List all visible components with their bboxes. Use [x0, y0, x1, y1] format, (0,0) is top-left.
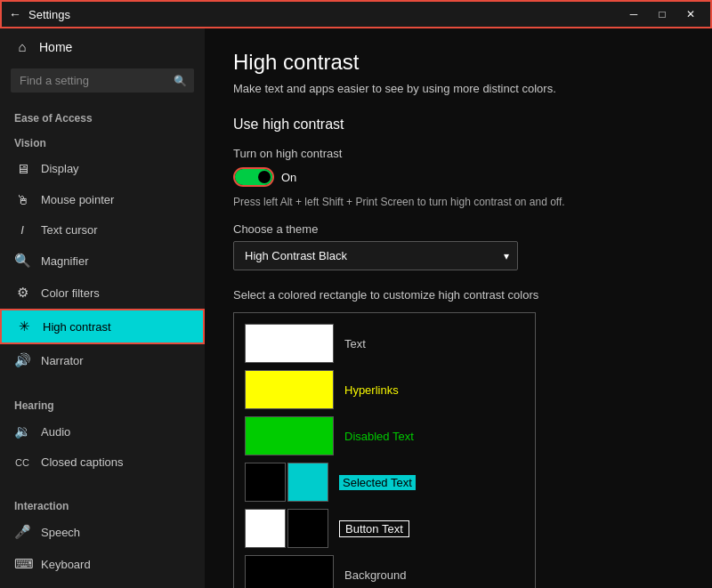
toggle-state-label: On	[281, 171, 296, 184]
color-row-text: Text	[245, 324, 524, 363]
narrator-icon: 🔊	[14, 352, 30, 368]
color-row-background: Background	[245, 555, 524, 588]
color-row-disabled: Disabled Text	[245, 416, 524, 455]
keyboard-label: Keyboard	[41, 558, 91, 571]
sidebar-item-color-filters[interactable]: ⚙ Color filters	[0, 277, 205, 309]
text-color-swatch[interactable]	[245, 324, 334, 363]
title-bar-left: ← Settings	[9, 7, 70, 21]
text-cursor-label: Text cursor	[41, 223, 98, 237]
color-row-selected: Selected Text	[245, 463, 524, 502]
sidebar-item-display[interactable]: 🖥 Display	[0, 153, 205, 184]
disabled-color-label: Disabled Text	[344, 430, 414, 443]
magnifier-label: Magnifier	[41, 254, 88, 268]
magnifier-icon: 🔍	[14, 253, 30, 269]
button-bg-swatch[interactable]	[245, 509, 286, 548]
audio-label: Audio	[41, 425, 70, 439]
minimize-button[interactable]: ─	[621, 4, 646, 24]
background-color-label: Background	[344, 568, 406, 582]
theme-dropdown-wrapper: High Contrast Black High Contrast White …	[233, 241, 518, 270]
sidebar-item-text-cursor[interactable]: I Text cursor	[0, 215, 205, 245]
ease-of-access-label: Ease of Access	[0, 103, 205, 128]
toggle-track	[235, 169, 272, 185]
home-icon: ⌂	[14, 39, 30, 54]
mouse-pointer-label: Mouse pointer	[41, 193, 114, 206]
color-row-hyperlinks: Hyperlinks	[245, 370, 524, 409]
dropdown-label: Choose a theme	[233, 222, 684, 236]
sidebar: ⌂ Home 🔍 Ease of Access Vision 🖥 Display…	[0, 28, 205, 588]
search-input[interactable]	[11, 68, 194, 93]
selected-fg-swatch[interactable]	[287, 463, 328, 502]
selected-swatch-pair	[245, 463, 328, 502]
search-icon: 🔍	[174, 75, 187, 87]
speech-label: Speech	[41, 526, 80, 539]
display-label: Display	[41, 162, 79, 175]
high-contrast-toggle[interactable]	[233, 167, 274, 187]
title-bar-controls: ─ □ ✕	[621, 4, 703, 24]
sidebar-search: 🔍	[11, 68, 194, 93]
display-icon: 🖥	[14, 161, 30, 176]
sidebar-item-home[interactable]: ⌂ Home	[0, 28, 205, 65]
background-color-swatch[interactable]	[245, 555, 334, 588]
sidebar-item-closed-captions[interactable]: CC Closed captions	[0, 447, 205, 477]
selected-color-label: Selected Text	[339, 475, 416, 490]
section-title: Use high contrast	[233, 117, 684, 133]
text-color-label: Text	[344, 337, 366, 350]
button-swatch-pair	[245, 509, 328, 548]
toggle-thumb	[258, 171, 271, 183]
title-bar: ← Settings ─ □ ✕	[0, 0, 712, 28]
app-body: ⌂ Home 🔍 Ease of Access Vision 🖥 Display…	[0, 28, 712, 588]
sidebar-item-magnifier[interactable]: 🔍 Magnifier	[0, 245, 205, 277]
title-bar-title: Settings	[28, 8, 70, 21]
toggle-container: On	[233, 167, 684, 187]
selected-bg-swatch[interactable]	[245, 463, 286, 502]
toggle-label: Turn on high contrast	[233, 147, 684, 160]
hearing-label: Hearing	[0, 391, 205, 415]
hyperlinks-color-label: Hyperlinks	[344, 383, 399, 397]
hint-text: Press left Alt + left Shift + Print Scre…	[233, 196, 684, 208]
color-filters-label: Color filters	[41, 286, 100, 300]
text-cursor-icon: I	[14, 223, 30, 237]
high-contrast-icon: ✳	[16, 318, 32, 334]
maximize-button[interactable]: □	[650, 4, 675, 24]
main-content: High contrast Make text and apps easier …	[205, 28, 712, 588]
mouse-pointer-icon: 🖱	[14, 192, 30, 207]
closed-captions-icon: CC	[14, 457, 30, 468]
button-color-label: Button Text	[339, 520, 409, 537]
button-fg-swatch[interactable]	[287, 509, 328, 548]
hyperlinks-color-swatch[interactable]	[245, 370, 334, 409]
interaction-label: Interaction	[0, 491, 205, 516]
audio-icon: 🔉	[14, 423, 30, 439]
sidebar-item-mouse-pointer[interactable]: 🖱 Mouse pointer	[0, 184, 205, 215]
sidebar-item-keyboard[interactable]: ⌨ Keyboard	[0, 548, 205, 580]
sidebar-item-high-contrast[interactable]: ✳ High contrast	[0, 309, 205, 344]
close-button[interactable]: ✕	[678, 4, 703, 24]
page-subtitle: Make text and apps easier to see by usin…	[233, 82, 684, 95]
keyboard-icon: ⌨	[14, 556, 30, 572]
page-title: High contrast	[233, 50, 684, 75]
color-grid: Text Hyperlinks Disabled Text Selected T…	[233, 312, 536, 588]
home-label: Home	[39, 40, 72, 54]
disabled-color-swatch[interactable]	[245, 416, 334, 455]
speech-icon: 🎤	[14, 524, 30, 540]
narrator-label: Narrator	[41, 354, 84, 367]
vision-label: Vision	[0, 128, 205, 153]
color-section-label: Select a colored rectangle to customize …	[233, 288, 684, 302]
sidebar-item-audio[interactable]: 🔉 Audio	[0, 415, 205, 447]
high-contrast-label: High contrast	[43, 320, 111, 334]
back-button[interactable]: ←	[9, 7, 21, 21]
sidebar-item-narrator[interactable]: 🔊 Narrator	[0, 344, 205, 376]
color-row-button: Button Text	[245, 509, 524, 548]
theme-dropdown[interactable]: High Contrast Black High Contrast White …	[233, 241, 518, 270]
closed-captions-label: Closed captions	[41, 455, 124, 469]
color-filters-icon: ⚙	[14, 285, 30, 301]
sidebar-item-speech[interactable]: 🎤 Speech	[0, 516, 205, 548]
